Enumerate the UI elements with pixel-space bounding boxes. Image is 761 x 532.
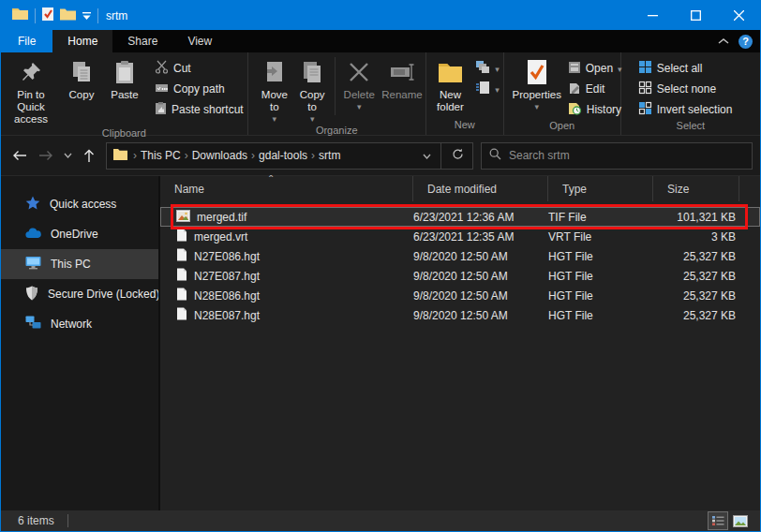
move-to-label: Move to [259,89,291,113]
search-input[interactable] [509,149,715,162]
address-dropdown-icon[interactable] [415,149,439,162]
file-icon [176,268,187,284]
pin-label: Pin to Quick access [4,89,58,126]
tab-view[interactable]: View [172,30,227,52]
paste-shortcut-label: Paste shortcut [172,103,244,116]
new-item-button[interactable] [471,58,503,79]
edit-icon [568,81,581,97]
new-item-icon [475,60,490,77]
delete-button[interactable]: Delete [339,55,379,112]
invert-selection-button[interactable]: Invert selection [634,99,737,120]
select-none-button[interactable]: Select none [634,79,737,99]
column-header-type[interactable]: Type [548,176,653,201]
copy-to-button[interactable]: Copy to [293,55,331,125]
properties-qat-icon[interactable] [41,7,54,25]
rename-label: Rename [381,89,422,101]
recent-locations-dropdown-icon[interactable] [59,142,76,169]
column-header-size[interactable]: Size [653,176,739,201]
ribbon: Pin to Quick access Copy Paste [1,52,760,136]
file-type: HGT File [548,250,653,263]
new-folder-label: New folder [434,89,467,113]
sidebar-item-secure-drive[interactable]: Secure Drive (Locked) ( [1,279,158,309]
file-date: 9/8/2020 12:50 AM [413,250,548,263]
column-header-name[interactable]: Name [160,176,413,201]
open-icon [568,61,581,77]
file-size: 101,321 KB [653,211,739,224]
up-button[interactable] [76,142,102,169]
file-row-merged-tif[interactable]: merged.tif 6/23/2021 12:36 AM TIF File 1… [160,207,760,227]
file-date: 6/23/2021 12:36 AM [413,211,548,224]
breadcrumb-this-pc[interactable]: This PC [137,149,185,162]
file-row-merged-vrt[interactable]: merged.vrt 6/23/2021 12:35 AM VRT File 3… [160,227,760,246]
history-button[interactable]: History [564,99,626,120]
details-view-button[interactable] [708,511,728,530]
file-icon [176,229,187,244]
sidebar-item-this-pc[interactable]: This PC [1,249,158,279]
thumbnails-view-button[interactable] [730,511,751,530]
file-size: 25,327 KB [653,250,739,263]
properties-button[interactable]: Properties [510,55,564,112]
cut-label: Cut [173,62,191,75]
edit-button[interactable]: Edit [564,79,626,99]
copy-label: Copy [69,89,95,101]
sidebar-label: Secure Drive (Locked) ( [48,288,158,301]
delete-label: Delete [344,89,375,101]
column-header-date-modified[interactable]: Date modified [413,176,548,201]
paste-icon [114,57,135,87]
status-bar: 6 items [1,510,760,531]
file-type: VRT File [548,230,653,244]
copy-path-button[interactable]: Copy path [151,79,247,99]
file-row-n28e087[interactable]: N28E087.hgt 9/8/2020 12:50 AM HGT File 2… [160,305,760,325]
maximize-button[interactable] [674,1,717,30]
breadcrumb-gdal-tools[interactable]: gdal-tools [255,149,311,162]
collapse-ribbon-icon[interactable] [718,35,729,48]
titlebar: srtm [1,1,760,30]
address-bar[interactable]: This PC Downloads gdal-tools srtm [106,142,473,170]
tab-share[interactable]: Share [112,30,172,52]
help-icon[interactable] [739,35,753,49]
paste-button[interactable]: Paste [102,55,147,103]
select-all-button[interactable]: Select all [634,58,737,79]
close-button[interactable] [717,1,760,30]
sidebar-item-onedrive[interactable]: OneDrive [1,219,158,249]
breadcrumb-downloads[interactable]: Downloads [188,149,251,162]
file-row-n27e086[interactable]: N27E086.hgt 9/8/2020 12:50 AM HGT File 2… [160,246,760,266]
qat-separator [97,8,98,23]
easy-access-button[interactable] [471,79,503,99]
copy-to-dropdown-icon [310,113,315,123]
file-row-n27e087[interactable]: N27E087.hgt 9/8/2020 12:50 AM HGT File 2… [160,266,760,286]
tab-home[interactable]: Home [52,30,112,52]
new-group-label: New [426,119,503,135]
forward-button[interactable] [33,142,59,169]
properties-dropdown-icon [534,101,539,111]
tab-file[interactable]: File [1,30,52,52]
paste-shortcut-button[interactable]: Paste shortcut [151,99,247,120]
file-rows: merged.tif 6/23/2021 12:36 AM TIF File 1… [160,201,760,325]
cut-button[interactable]: Cut [151,58,247,79]
pin-to-quick-access-button[interactable]: Pin to Quick access [1,55,61,127]
file-row-n28e086[interactable]: N28E086.hgt 9/8/2020 12:50 AM HGT File 2… [160,286,760,305]
new-folder-qat-icon[interactable] [60,7,76,24]
ribbon-group-open: Properties Open Edi [504,52,621,135]
qat-customize-dropdown-icon[interactable] [82,7,92,24]
easy-access-icon [475,81,490,97]
new-folder-button[interactable]: New folder [431,55,470,115]
copy-button[interactable]: Copy [61,55,102,103]
file-type: HGT File [548,270,653,283]
file-name: N27E086.hgt [194,250,260,263]
search-box[interactable] [481,142,753,170]
select-group-label: Select [621,120,760,135]
minimize-button[interactable] [631,1,674,30]
sidebar-item-network[interactable]: Network [1,309,158,339]
back-button[interactable] [7,142,33,169]
file-icon [176,248,187,264]
move-to-button[interactable]: Move to [256,55,293,125]
refresh-icon[interactable] [443,148,472,163]
rename-button[interactable]: Rename [379,55,425,103]
open-button[interactable]: Open [564,58,626,79]
breadcrumb-srtm[interactable]: srtm [315,149,344,162]
address-divider [440,143,441,169]
sidebar-item-quick-access[interactable]: Quick access [1,189,158,219]
file-type: HGT File [548,309,653,322]
ribbon-group-select: Select all Select none Invert selection [621,52,760,135]
